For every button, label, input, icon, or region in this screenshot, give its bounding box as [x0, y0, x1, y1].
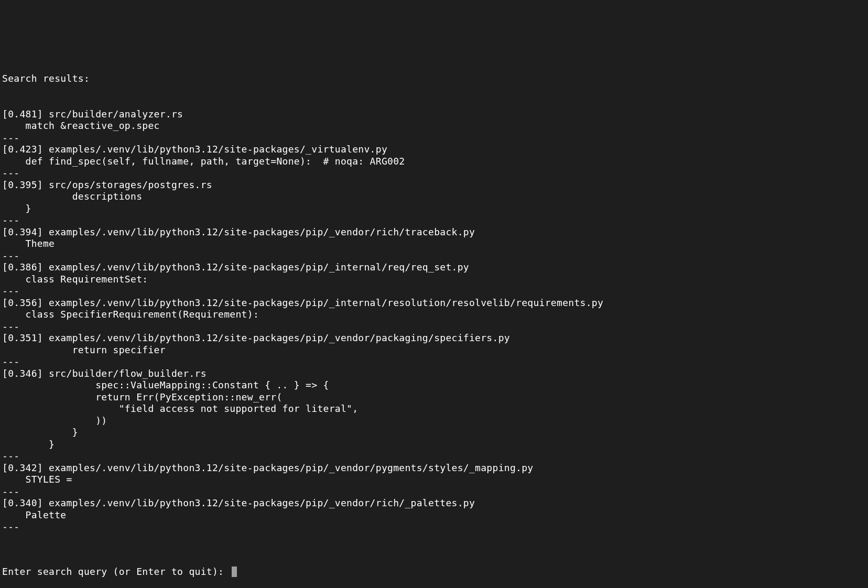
separator: --- — [2, 486, 866, 498]
result-header: [0.394] examples/.venv/lib/python3.12/si… — [2, 226, 866, 238]
separator: --- — [2, 132, 866, 144]
result-header: [0.395] src/ops/storages/postgres.rs — [2, 179, 866, 191]
separator: --- — [2, 167, 866, 179]
search-results-header: Search results: — [2, 73, 866, 85]
result-header: [0.346] src/builder/flow_builder.rs — [2, 368, 866, 380]
result-snippet: spec::ValueMapping::Constant { .. } => {… — [2, 379, 866, 450]
result-header: [0.423] examples/.venv/lib/python3.12/si… — [2, 144, 866, 156]
result-snippet: class RequirementSet: — [2, 274, 866, 286]
separator: --- — [2, 356, 866, 368]
cursor-icon — [232, 567, 237, 577]
separator: --- — [2, 285, 866, 297]
separator: --- — [2, 321, 866, 333]
result-header: [0.481] src/builder/analyzer.rs — [2, 108, 866, 121]
result-header: [0.356] examples/.venv/lib/python3.12/si… — [2, 297, 866, 309]
result-snippet: descriptions } — [2, 191, 866, 214]
result-snippet: def find_spec(self, fullname, path, targ… — [2, 156, 866, 168]
result-header: [0.340] examples/.venv/lib/python3.12/si… — [2, 497, 866, 509]
result-header: [0.351] examples/.venv/lib/python3.12/si… — [2, 332, 866, 344]
separator: --- — [2, 250, 866, 262]
result-snippet: STYLES = — [2, 474, 866, 486]
result-snippet: class SpecifierRequirement(Requirement): — [2, 309, 866, 321]
terminal-output: Search results: [0.481] src/builder/anal… — [2, 49, 866, 588]
result-header: [0.386] examples/.venv/lib/python3.12/si… — [2, 262, 866, 274]
result-header: [0.342] examples/.venv/lib/python3.12/si… — [2, 462, 866, 474]
separator: --- — [2, 450, 866, 462]
result-snippet: match &reactive_op.spec — [2, 120, 866, 132]
result-snippet: Palette — [2, 509, 866, 521]
separator: --- — [2, 214, 866, 226]
result-snippet: Theme — [2, 238, 866, 250]
separator: --- — [2, 521, 866, 533]
prompt-line[interactable]: Enter search query (or Enter to quit): — [2, 566, 866, 578]
result-snippet: return specifier — [2, 344, 866, 356]
results-container: [0.481] src/builder/analyzer.rs match &r… — [2, 108, 866, 533]
prompt-text: Enter search query (or Enter to quit): — [2, 566, 230, 578]
